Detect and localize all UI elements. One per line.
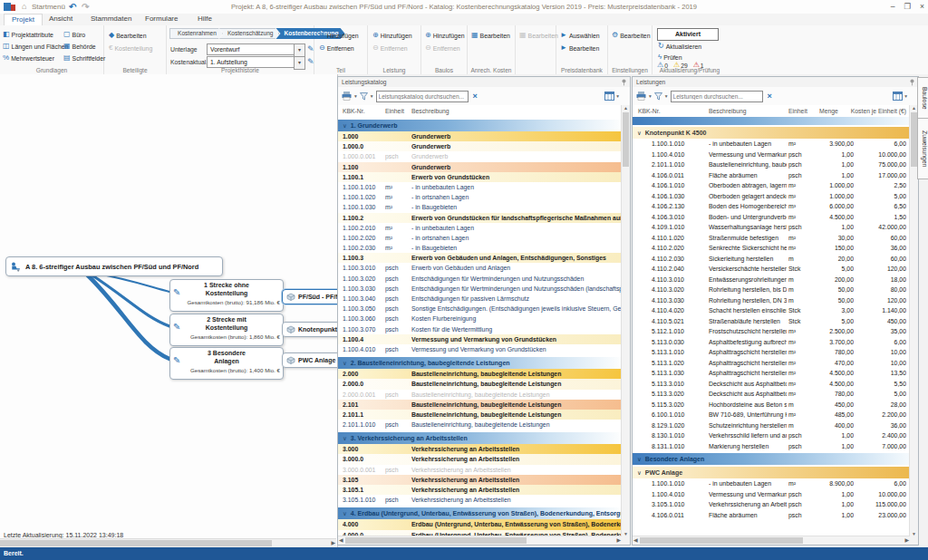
katalog-vertical-scrollbar[interactable]: ▲ ▼ (621, 105, 630, 536)
leistungen-search-input[interactable] (671, 91, 763, 102)
baulos-entfernen-button[interactable]: ⊖Entfernen (425, 43, 460, 53)
katalog-row[interactable]: 1.000.0.001pschGrunderwerb (338, 151, 622, 161)
leistungen-row[interactable]: 4.110.2.040Versickerschächte herstellenS… (633, 264, 910, 275)
teil-entfernen-button[interactable]: ⊖Entfernen (319, 43, 354, 53)
dock-tab-baulose[interactable]: Baulose (917, 77, 928, 119)
leistung-entfernen-button[interactable]: ⊖Entfernen (372, 43, 408, 53)
leistungen-row[interactable]: 2.101.1.010Baustelleneinrichtung, baubeg… (633, 159, 910, 170)
leistungen-row[interactable]: 5.113.3.010Deckschicht aus Asphaltbeton … (633, 379, 910, 390)
katalog-row[interactable]: 1.100.1.030m²- in Baugebieten (338, 202, 622, 212)
katalog-search-input[interactable] (376, 91, 469, 102)
chevron-down-icon[interactable]: ▾ (649, 93, 652, 99)
redo-icon[interactable]: ↷ (82, 0, 89, 14)
katalog-row[interactable]: 2.101.1.010pschBaustelleneinrichtung, ba… (338, 420, 622, 430)
katalog-row[interactable]: 3.105Verkehrssicherung an Arbeitsstellen (338, 475, 622, 485)
katalog-row[interactable]: 1.100.4Vermessung und Vermarkung von Gru… (338, 334, 622, 344)
chevron-down-icon[interactable]: ∨ (343, 510, 347, 517)
katalog-group-band[interactable]: ∨1. Grunderwerb (338, 120, 622, 131)
scrollbar-thumb[interactable] (640, 537, 803, 544)
phase-kostenschaetzung[interactable]: Kostenschätzung (219, 28, 280, 39)
katalog-row[interactable]: 3.000.0Verkehrssicherung an Arbeitsstell… (338, 454, 622, 464)
column-header[interactable]: Beschreibung (709, 105, 747, 117)
katalog-row[interactable]: 3.000.0.001pschVerkehrssicherung an Arbe… (338, 465, 622, 475)
tree-node-besondere-anlagen[interactable]: ✎ 3 Besondere Anlagen Gesamtkosten (brut… (169, 347, 284, 380)
column-header[interactable]: Einheit (788, 105, 807, 117)
chevron-down-icon[interactable]: ∨ (637, 469, 642, 476)
katalog-row[interactable]: 2.000.0.001pschBaustelleneinrichtung, ba… (338, 390, 622, 400)
tab-hilfe[interactable]: Hilfe (190, 14, 219, 24)
leistungen-row[interactable]: 4.109.1.010Wasserhaltungsanlage herstell… (633, 222, 910, 233)
column-chooser-icon[interactable] (604, 92, 614, 101)
anrech-kosten-bearbeiten-button[interactable]: ▦Bearbeiten (471, 30, 510, 41)
chevron-down-icon[interactable]: ▾ (665, 93, 668, 99)
tab-ansicht[interactable]: Ansicht (42, 14, 80, 24)
katalog-row[interactable]: 1.000Grunderwerb (338, 131, 622, 141)
aktualisieren-button[interactable]: ↻Aktualisieren (658, 41, 701, 52)
katalog-horizontal-scrollbar[interactable]: ◀ ▶ (338, 536, 622, 545)
laengen-flaechen-button[interactable]: ◫Längen und Flächen (3, 41, 68, 52)
leistungen-horizontal-scrollbar[interactable]: ◀ ▶ (633, 536, 910, 545)
katalog-row[interactable]: 1.100Grunderwerb (338, 162, 622, 172)
leistungen-row[interactable]: 4.110.5.021Straßenabläufe herstellenStck… (633, 316, 910, 327)
leistungen-group-band[interactable]: ∨PWC Anlage (633, 467, 910, 478)
home-icon[interactable]: ⌂ (22, 0, 26, 14)
leistungen-row[interactable]: 5.113.1.020Asphalttragschicht herstellen… (633, 358, 910, 369)
leistungen-group-band[interactable]: ∨Besondere Anlagen (633, 453, 910, 465)
print-icon[interactable] (636, 92, 646, 101)
leistungen-row[interactable]: 4.106.1.010Oberboden abtragen, lagern un… (633, 180, 910, 191)
katalog-row[interactable]: 1.100.2.030m²- in Baugebieten (338, 243, 622, 253)
katalog-row[interactable]: 1.100.4.010pschVermessung und Vermarkung… (338, 344, 622, 354)
clear-search-icon[interactable]: × (473, 92, 478, 101)
leistungen-row[interactable]: 4.110.2.020Senkrechte Sickerschicht hers… (633, 243, 910, 254)
katalog-row[interactable]: 3.105.1Verkehrssicherung an Arbeitsstell… (338, 485, 622, 495)
leistungen-row[interactable]: 5.113.3.020Deckschicht aus Asphaltbeton,… (633, 389, 910, 400)
pin-icon[interactable] (909, 79, 915, 86)
dock-tab-zuweisungen[interactable]: Zuweisungen (917, 118, 928, 179)
tree-leaf-pwc-anlage[interactable]: PWC Anlage (282, 352, 338, 368)
katalog-row[interactable]: 1.100.2.010m²- in unbebauten Lagen (338, 223, 622, 233)
leistungen-row[interactable]: 4.106.0.011Fläche abräumenpsch1,0023.000… (633, 510, 910, 521)
pin-icon[interactable] (621, 79, 627, 86)
leistungen-row[interactable]: 5.113.1.030Asphalttragschicht herstellen… (633, 368, 910, 379)
leistungen-row[interactable]: 4.110.1.020Straßenmulde befestigenm²30,0… (633, 233, 910, 244)
chevron-down-icon[interactable]: ▾ (904, 93, 907, 99)
column-chooser-icon[interactable] (893, 92, 903, 101)
katalog-row[interactable]: 1.100.3.040pschEntschädigungen für passi… (338, 294, 622, 304)
katalog-group-band[interactable]: ∨4. Erdbau (Untergrund, Unterbau, Entwäs… (338, 507, 622, 519)
scroll-up-icon[interactable]: ▲ (622, 105, 630, 111)
katalog-row[interactable]: 2.101Baustelleneinrichtung, baubegleiten… (338, 400, 622, 410)
leistungen-group-band[interactable]: ∨Knotenpunkt K 4500 (633, 127, 910, 139)
schriftfelder-button[interactable]: ▤Schriftfelder (63, 53, 105, 63)
minimize-button[interactable]: – (891, 0, 895, 14)
scroll-right-icon[interactable]: ▶ (331, 539, 335, 547)
aktiviert-button[interactable]: Aktiviert (657, 28, 719, 41)
katalog-group-band[interactable]: ∨2. Baustelleneinrichtung, baubegleitend… (338, 357, 622, 369)
katalog-row[interactable]: 2.000.0Baustelleneinrichtung, baubegleit… (338, 379, 622, 389)
leistungen-row[interactable]: 5.112.1.010Frostschutzschicht herstellen… (633, 326, 910, 337)
chevron-down-icon[interactable]: ▾ (371, 93, 373, 99)
column-header[interactable]: KBK-Nr. (638, 105, 661, 117)
edit-pencil-icon[interactable]: ✎ (307, 43, 314, 55)
canvas-horizontal-scrollbar[interactable]: ▶ (0, 538, 336, 547)
scroll-left-icon[interactable]: ◀ (339, 536, 343, 545)
katalog-row[interactable]: 1.100.3.070pschKosten für die Wertermitt… (338, 324, 622, 334)
scrollbar-thumb[interactable] (623, 112, 629, 167)
beteiligte-bearbeiten-button[interactable]: ◆Bearbeiten (109, 30, 147, 41)
leistungen-row[interactable]: 3.105.1.010Verkehrssicherung an Arbeitss… (633, 499, 910, 510)
katalog-row[interactable]: 4.000Erdbau (Untergrund, Unterbau, Entwä… (338, 519, 622, 529)
phase-kostenrahmen[interactable]: Kostenrahmen (169, 28, 223, 39)
leistungen-row[interactable]: 4.110.2.030Sickerleitung herstellenm20,0… (633, 254, 910, 265)
leistungen-row[interactable]: 4.110.3.030Rohrleitung herstellen, DN 30… (633, 295, 910, 306)
filter-icon[interactable] (360, 92, 368, 101)
leistungen-row[interactable]: 1.100.4.010Vermessung und Vermarkung v..… (633, 489, 910, 500)
leistungen-row[interactable]: 8.129.1.020Schutzeinrichtung herstellen,… (633, 420, 910, 431)
tree-node-strecke-mit[interactable]: ✎ 2 Strecke mit Kostenteilung Gesamtkost… (169, 314, 284, 346)
scrollbar-thumb[interactable] (0, 540, 272, 546)
einstellungen-bearbeiten-button[interactable]: ⚙Bearbeiten (612, 30, 651, 41)
baulos-hinzufuegen-button[interactable]: ⊕Hinzufügen (425, 30, 465, 41)
column-header[interactable]: Kosten je Einheit (€) (841, 105, 906, 117)
chevron-down-icon[interactable]: ∨ (637, 456, 642, 462)
katalog-row[interactable]: 3.000Verkehrssicherung an Arbeitsstellen (338, 444, 622, 454)
leistungen-row[interactable]: 1.100.1.010- in unbebauten Lagenm²3.900,… (633, 139, 910, 150)
kostenteilung-button[interactable]: €Kostenteilung (109, 43, 152, 53)
